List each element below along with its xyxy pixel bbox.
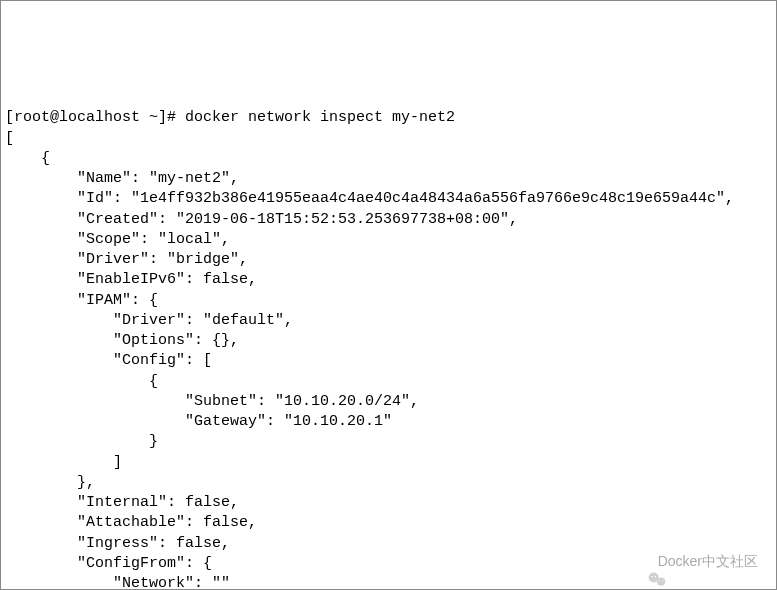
watermark: Docker中文社区: [632, 551, 758, 571]
ipam-config-line: "Config": [: [5, 352, 212, 369]
internal-line: "Internal": false,: [5, 494, 239, 511]
name-line: "Name": "my-net2",: [5, 170, 239, 187]
watermark-text: Docker中文社区: [658, 552, 758, 571]
svg-point-5: [662, 580, 663, 581]
created-line: "Created": "2019-06-18T15:52:53.25369773…: [5, 211, 518, 228]
ipam-driver-line: "Driver": "default",: [5, 312, 293, 329]
id-line: "Id": "1e4ff932b386e41955eaa4c4ae40c4a48…: [5, 190, 734, 207]
ipam-config-open: {: [5, 373, 158, 390]
json-open-brace: {: [5, 150, 50, 167]
ipam-options-line: "Options": {},: [5, 332, 239, 349]
json-open-bracket: [: [5, 130, 14, 147]
attachable-line: "Attachable": false,: [5, 514, 257, 531]
ipam-line: "IPAM": {: [5, 292, 158, 309]
configfrom-line: "ConfigFrom": {: [5, 555, 212, 572]
svg-point-4: [659, 580, 660, 581]
ipam-close: },: [5, 474, 95, 491]
prompt-line: [root@localhost ~]# docker network inspe…: [5, 109, 455, 126]
ingress-line: "Ingress": false,: [5, 535, 230, 552]
svg-point-2: [651, 576, 653, 578]
subnet-line: "Subnet": "10.10.20.0/24",: [5, 393, 419, 410]
svg-point-3: [655, 576, 657, 578]
scope-line: "Scope": "local",: [5, 231, 230, 248]
configfrom-network-line: "Network": "": [5, 575, 230, 590]
ipam-config-arr-close: ]: [5, 454, 122, 471]
wechat-icon: [632, 551, 652, 571]
gateway-line: "Gateway": "10.10.20.1": [5, 413, 392, 430]
enableipv6-line: "EnableIPv6": false,: [5, 271, 257, 288]
driver-line: "Driver": "bridge",: [5, 251, 248, 268]
terminal-output: [root@localhost ~]# docker network inspe…: [5, 88, 772, 590]
ipam-config-close: }: [5, 433, 158, 450]
svg-point-1: [657, 577, 665, 585]
